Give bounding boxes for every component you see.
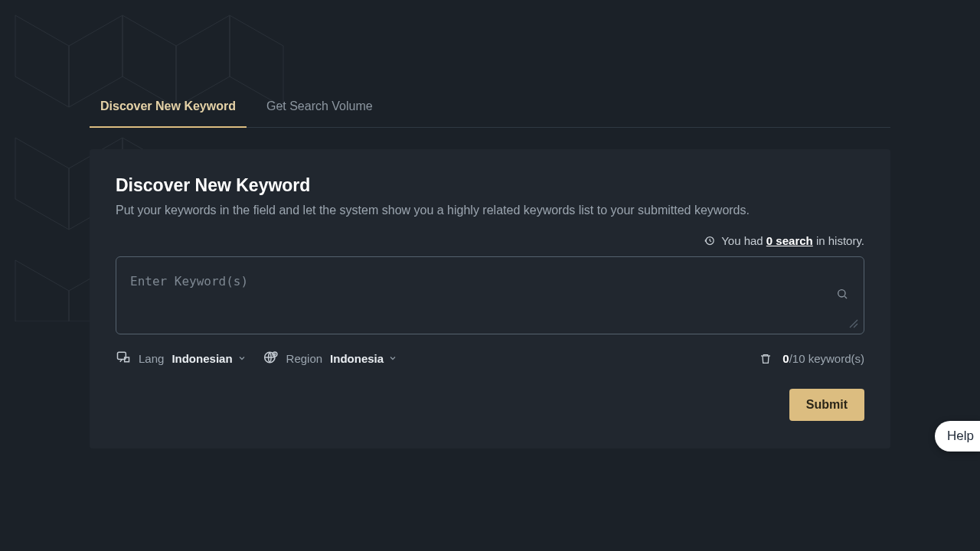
lang-group: Lang Indonesian — [116, 350, 247, 367]
options-row: Lang Indonesian — [116, 350, 864, 367]
region-select[interactable]: Indonesia — [330, 352, 397, 365]
tab-bar: Discover New Keyword Get Search Volume — [90, 99, 890, 128]
region-group: Region Indonesia — [263, 350, 398, 367]
history-row: You had 0 search in history. — [116, 234, 864, 247]
message-icon — [116, 350, 131, 367]
history-prefix: You had — [721, 234, 766, 247]
search-icon — [836, 288, 848, 303]
history-suffix: in history. — [813, 234, 864, 247]
resize-handle-icon — [848, 318, 859, 329]
submit-button[interactable]: Submit — [789, 389, 864, 421]
help-button[interactable]: Help — [935, 421, 980, 452]
card-description: Put your keywords in the field and let t… — [116, 204, 864, 217]
lang-value: Indonesian — [172, 352, 232, 365]
region-value: Indonesia — [330, 352, 384, 365]
history-link[interactable]: 0 search — [766, 234, 813, 247]
lang-label: Lang — [139, 352, 164, 365]
chevron-down-icon — [237, 352, 247, 365]
lang-select[interactable]: Indonesian — [172, 352, 246, 365]
tab-get-search-volume[interactable]: Get Search Volume — [266, 99, 373, 127]
trash-icon[interactable] — [760, 353, 772, 365]
keyword-input[interactable] — [116, 257, 864, 331]
keyword-count-max: /10 keyword(s) — [789, 352, 864, 365]
tab-discover-new-keyword[interactable]: Discover New Keyword — [100, 99, 236, 127]
chevron-down-icon — [388, 352, 397, 365]
svg-point-1 — [838, 290, 845, 297]
keyword-count: 0/10 keyword(s) — [782, 352, 864, 365]
history-icon — [704, 235, 715, 246]
globe-icon — [263, 350, 279, 367]
region-label: Region — [286, 352, 323, 365]
keyword-count-current: 0 — [782, 352, 789, 365]
keyword-input-wrap — [116, 256, 864, 334]
card-title: Discover New Keyword — [116, 175, 864, 196]
discover-keyword-card: Discover New Keyword Put your keywords i… — [90, 149, 890, 448]
